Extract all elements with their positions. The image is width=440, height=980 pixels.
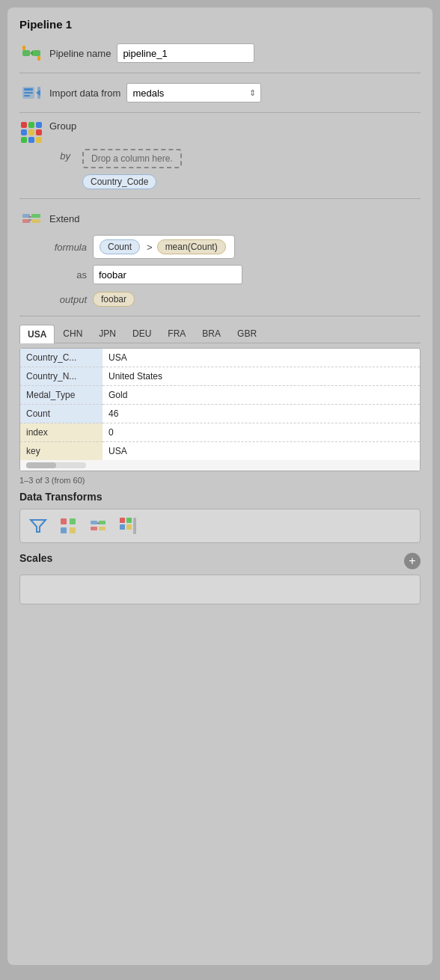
svg-rect-1 [33,50,40,56]
table-row: keyUSA [20,442,420,461]
aggregate-transform-icon[interactable] [58,515,79,536]
svg-marker-2 [30,50,33,56]
main-panel: Pipeline 1 Pipeline name [7,7,433,965]
table-row: Medal_TypeGold [20,386,420,405]
group-transform-icon[interactable] [117,515,138,536]
scales-add-button[interactable]: + [404,553,421,569]
svg-rect-21 [61,527,67,533]
group-header: Group [19,120,421,144]
svg-rect-0 [22,50,30,56]
cell-value: Gold [103,386,420,405]
table-row: Country_N...United States [20,367,420,386]
as-input[interactable] [93,265,242,284]
pipeline-name-input[interactable] [117,43,254,63]
group-label: Group [49,120,76,132]
import-icon [19,81,43,105]
table-row: Country_C...USA [20,349,420,367]
svg-marker-17 [31,520,46,532]
formula-left-tag[interactable]: Count [100,239,140,254]
output-label: output [49,294,87,305]
cell-key: Country_N... [20,367,103,386]
divider-3 [19,198,421,199]
formula-expression: Count > mean(Count) [93,235,235,259]
data-table-container: Country_C...USACountry_N...United States… [19,348,421,471]
svg-rect-31 [126,524,132,530]
formula-right-tag[interactable]: mean(Count) [157,239,226,254]
group-body: by Drop a column here. Country_Code [49,149,421,191]
group-drop-zone[interactable]: Drop a column here. [82,149,182,168]
scales-title: Scales [19,552,52,564]
pipeline-name-section: Pipeline name [19,41,421,65]
tab-fra[interactable]: FRA [159,324,194,343]
transforms-box: + [19,509,421,543]
as-label: as [49,269,87,281]
scales-box [19,575,421,604]
svg-rect-16 [28,219,31,221]
extend-header: Extend [19,206,421,230]
divider-4 [19,316,421,316]
svg-rect-15 [28,216,31,218]
group-tags-container: Country_Code [82,173,182,191]
scrollbar-thumb[interactable] [26,462,56,468]
divider-2 [19,112,421,113]
svg-rect-22 [70,527,76,533]
divider-1 [19,73,421,73]
tab-deu[interactable]: DEU [124,324,159,343]
extend-section: Extend formula Count > mean(Count) as ou… [19,206,421,308]
tab-usa[interactable]: USA [19,325,55,343]
page-title: Pipeline 1 [19,18,421,31]
svg-rect-20 [70,518,76,524]
cell-key: Medal_Type [20,386,103,405]
formula-row: formula Count > mean(Count) [49,235,421,259]
table-row: Count46 [20,405,420,423]
svg-rect-26 [99,527,106,530]
svg-rect-32 [133,518,136,534]
svg-rect-13 [31,214,40,218]
by-label: by [49,150,70,162]
import-section: Import data from medals [19,81,421,105]
formula-operator: > [147,242,153,253]
tab-chn[interactable]: CHN [55,324,91,343]
cell-value: United States [103,367,420,386]
cell-key: index [20,423,103,442]
svg-rect-3 [22,46,25,50]
cell-value: 0 [103,423,420,442]
svg-rect-7 [24,92,33,94]
output-row: output foobar [49,290,421,308]
svg-rect-24 [91,527,97,530]
data-table: Country_C...USACountry_N...United States… [20,349,420,460]
group-tag-country-code[interactable]: Country_Code [82,174,156,189]
count-label: 1–3 of 3 (from 60) [19,476,421,485]
table-row: index0 [20,423,420,442]
extend-icon [19,206,43,230]
svg-rect-6 [24,88,33,91]
data-transforms-title: Data Transforms [19,491,421,503]
scrollbar-row [20,460,420,471]
cell-value: 46 [103,405,420,423]
cell-value: USA [103,349,420,367]
svg-rect-19 [61,518,67,524]
import-select-wrapper: medals [126,83,261,102]
cell-key: key [20,442,103,461]
group-icon [19,120,43,144]
import-label: Import data from [49,88,120,99]
cell-key: Count [20,405,103,423]
import-select[interactable]: medals [126,83,261,102]
svg-rect-4 [37,56,40,61]
tab-bra[interactable]: BRA [194,324,229,343]
filter-transform-icon[interactable] [28,515,49,536]
tab-jpn[interactable]: JPN [91,324,124,343]
pipeline-name-label: Pipeline name [49,48,111,59]
extend-transform-icon[interactable]: + [88,515,109,536]
tabs-row: USA CHN JPN DEU FRA BRA GBR [19,324,421,343]
svg-rect-10 [37,87,40,99]
extend-label: Extend [49,213,79,224]
cell-value: USA [103,442,420,461]
svg-rect-25 [99,521,106,524]
output-tag[interactable]: foobar [93,292,135,307]
svg-rect-30 [120,524,125,530]
formula-label: formula [49,242,87,253]
scrollbar-track[interactable] [26,462,86,468]
pipeline-icon [19,41,43,65]
tab-gbr[interactable]: GBR [229,324,265,343]
